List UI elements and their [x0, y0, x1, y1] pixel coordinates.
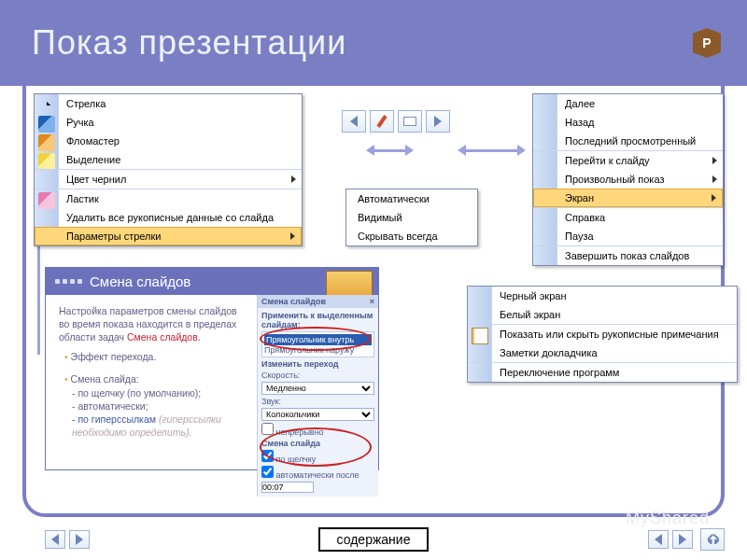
panel-text: Настройка параметров смены слайдов во вр…	[46, 295, 257, 497]
slide-button[interactable]	[398, 110, 422, 133]
chevron-right-icon	[291, 175, 296, 183]
screen-white[interactable]: Белый экран	[468, 305, 737, 324]
marker-icon	[38, 134, 55, 151]
eraser-icon	[38, 192, 55, 209]
label: Показать или скрыть рукописные примечани…	[500, 329, 719, 340]
ctx-next[interactable]: Далее	[533, 94, 723, 113]
footer: содержание ⮉	[0, 525, 747, 554]
connector	[37, 243, 40, 355]
menu-item-ink-color[interactable]: Цвет чернил	[35, 169, 302, 189]
connector	[465, 149, 519, 152]
change-label: Изменить переход	[261, 359, 374, 369]
footer-prev-button[interactable]	[45, 530, 65, 549]
label: Цвет чернил	[66, 174, 126, 185]
ctx-custom[interactable]: Произвольный показ	[533, 170, 723, 189]
arrow-left-icon	[655, 534, 662, 545]
panel-heading: Смена слайдов	[46, 268, 378, 295]
label: Переключение программ	[500, 367, 619, 378]
ctx-goto[interactable]: Перейти к слайду	[533, 150, 723, 170]
screen-ink-notes[interactable]: Показать или скрыть рукописные примечани…	[468, 324, 737, 343]
arrowhead-icon	[458, 145, 466, 156]
label: Параметры стрелки	[66, 231, 161, 242]
label: Перейти к слайду	[565, 155, 650, 166]
menu-item-arrow[interactable]: Стрелка	[35, 94, 302, 113]
annotation-circle	[260, 327, 372, 351]
screen-speaker-notes[interactable]: Заметки докладчика	[468, 343, 737, 362]
label: Последний просмотренный	[565, 135, 696, 147]
close-icon[interactable]: ×	[370, 297, 374, 306]
label: Стрелка	[66, 98, 106, 109]
screen-black[interactable]: Черный экран	[468, 287, 737, 305]
next-button[interactable]	[426, 110, 450, 133]
pen-icon	[38, 116, 55, 133]
panel-title: Смена слайдов	[90, 273, 190, 289]
label: Белый экран	[500, 309, 560, 320]
time-input[interactable]	[261, 482, 314, 493]
label: Произвольный показ	[565, 174, 664, 185]
submenu-item-visible[interactable]: Видимый	[346, 208, 477, 227]
prev-button[interactable]	[342, 110, 366, 133]
label: Заметки докладчика	[500, 347, 598, 358]
label: Ручка	[66, 117, 94, 128]
autoafter-checkbox[interactable]	[261, 466, 274, 478]
context-menu: Далее Назад Последний просмотренный Пере…	[532, 93, 724, 266]
chevron-right-icon	[712, 157, 717, 164]
label: Выделение	[66, 154, 120, 165]
footer-next-button[interactable]	[69, 530, 90, 549]
arrow-left-icon	[51, 534, 59, 545]
label: Автоматически	[358, 193, 430, 204]
title-band: Показ презентации	[0, 0, 747, 86]
submenu-item-auto[interactable]: Автоматически	[346, 189, 477, 208]
menu-item-marker[interactable]: Фломастер	[35, 132, 302, 150]
ctx-back[interactable]: Назад	[533, 113, 723, 132]
speed-select[interactable]: Медленно	[261, 382, 374, 395]
ctx-screen[interactable]: Экран	[533, 189, 723, 207]
dots-icon	[55, 279, 82, 284]
chevron-right-icon	[712, 175, 717, 183]
arrowhead-icon	[366, 145, 374, 156]
ctx-last[interactable]: Последний просмотренный	[533, 132, 723, 150]
page-title: Показ презентации	[32, 23, 346, 63]
ctx-end[interactable]: Завершить показ слайдов	[533, 245, 723, 265]
screen-switch[interactable]: Переключение программ	[468, 362, 737, 382]
submenu-item-hide[interactable]: Скрывать всегда	[346, 227, 477, 245]
contents-button[interactable]: содержание	[318, 527, 430, 552]
label: Экран	[565, 192, 594, 203]
label: Фломастер	[66, 135, 120, 147]
ctx-help[interactable]: Справка	[533, 207, 723, 227]
footer-next2-button[interactable]	[672, 530, 693, 549]
label: Справка	[565, 212, 605, 223]
menu-item-highlight[interactable]: Выделение	[35, 150, 302, 169]
footer-prev2-button[interactable]	[648, 530, 669, 549]
highlighter-icon	[38, 153, 55, 170]
label: Далее	[565, 98, 595, 109]
pen-tool-button[interactable]	[370, 110, 394, 133]
arrow-right-icon	[76, 534, 83, 545]
notes-icon	[472, 328, 488, 344]
label: Черный экран	[500, 290, 566, 301]
home-button[interactable]: ⮉	[700, 528, 725, 551]
label: Пауза	[565, 231, 594, 242]
label: Завершить показ слайдов	[565, 250, 689, 261]
loop-checkbox[interactable]	[261, 423, 274, 435]
sound-select[interactable]: Колокольчики	[261, 408, 374, 421]
slide-icon	[403, 117, 416, 126]
menu-item-pen[interactable]: Ручка	[35, 113, 302, 132]
annotation-circle	[260, 427, 372, 467]
arrow-options-submenu: Автоматически Видимый Скрывать всегда	[345, 189, 478, 246]
badge-icon: P	[693, 28, 721, 58]
arrow-right-icon	[434, 116, 442, 127]
menu-item-erase-all[interactable]: Удалить все рукописные данные со слайда	[35, 208, 302, 227]
chevron-right-icon	[290, 232, 295, 240]
connector	[374, 149, 407, 152]
arrow-right-icon	[679, 534, 686, 545]
pointer-menu: Стрелка Ручка Фломастер Выделение Цвет ч…	[34, 93, 303, 246]
menu-item-eraser[interactable]: Ластик	[35, 189, 302, 208]
label: Назад	[565, 117, 595, 128]
ctx-pause[interactable]: Пауза	[533, 227, 723, 245]
nav-toolbar	[342, 110, 450, 133]
menu-item-arrow-options[interactable]: Параметры стрелки	[35, 227, 302, 245]
arrowhead-icon	[405, 145, 414, 156]
cursor-icon	[38, 97, 55, 114]
screen-submenu: Черный экран Белый экран Показать или ск…	[467, 286, 738, 383]
